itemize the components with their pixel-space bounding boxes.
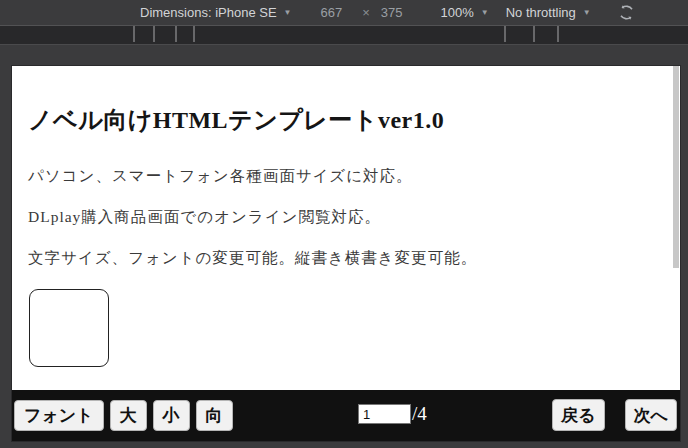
sample-box <box>29 289 109 367</box>
ruler-bar <box>0 26 688 45</box>
viewport-height-value[interactable]: 375 <box>381 5 403 20</box>
feature-line-1: パソコン、スマートフォン各種画面サイズに対応。 <box>28 166 680 187</box>
feature-line-3: 文字サイズ、フォントの変更可能。縦書き横書き変更可能。 <box>28 248 680 269</box>
back-button[interactable]: 戻る <box>552 399 604 431</box>
nav-buttons-group: 戻る 次へ <box>552 399 677 431</box>
ruler-tick <box>557 26 559 42</box>
orientation-button[interactable]: 向 <box>196 400 233 431</box>
reader-control-bar: フォント 大 小 向 /4 戻る 次へ <box>12 390 680 441</box>
ruler-tick <box>133 26 135 42</box>
font-smaller-button[interactable]: 小 <box>153 400 190 431</box>
text-controls-group: フォント 大 小 向 <box>14 400 233 431</box>
ruler-tick <box>175 26 177 42</box>
ruler-tick <box>504 26 506 42</box>
throttling-value: No throttling <box>506 5 576 20</box>
chevron-down-icon: ▼ <box>284 9 292 17</box>
font-larger-button[interactable]: 大 <box>110 400 147 431</box>
next-button[interactable]: 次へ <box>625 399 677 431</box>
page-number-group: /4 <box>358 403 427 425</box>
zoom-select[interactable]: 100% ▼ <box>441 5 489 20</box>
chevron-down-icon: ▼ <box>583 9 591 17</box>
ruler-tick <box>533 26 535 42</box>
chevron-down-icon: ▼ <box>481 9 489 17</box>
emulated-page: ノベル向けHTMLテンプレートver1.0 パソコン、スマートフォン各種画面サイ… <box>12 104 680 419</box>
ruler-tick <box>193 26 195 42</box>
rotate-icon[interactable] <box>618 4 635 21</box>
scrollbar-thumb[interactable] <box>673 66 679 268</box>
throttling-select[interactable]: No throttling ▼ <box>506 5 591 20</box>
page-number-input[interactable] <box>358 404 411 424</box>
viewport-width-value[interactable]: 667 <box>321 5 343 20</box>
ruler-tick <box>153 26 155 42</box>
page-total-label: /4 <box>412 403 427 425</box>
device-canvas: ノベル向けHTMLテンプレートver1.0 パソコン、スマートフォン各種画面サイ… <box>0 45 688 447</box>
device-type-select[interactable]: Dimensions: iPhone SE ▼ <box>140 5 292 20</box>
font-button[interactable]: フォント <box>14 400 104 431</box>
zoom-value: 100% <box>441 5 474 20</box>
device-toolbar: Dimensions: iPhone SE ▼ 667 × 375 100% ▼… <box>0 0 688 26</box>
page-title: ノベル向けHTMLテンプレートver1.0 <box>28 104 680 136</box>
device-type-label: Dimensions: iPhone SE <box>140 5 277 20</box>
feature-line-2: DLplay購入商品画面でのオンライン閲覧対応。 <box>28 207 680 228</box>
device-viewport: ノベル向けHTMLテンプレートver1.0 パソコン、スマートフォン各種画面サイ… <box>12 66 680 441</box>
dimension-separator: × <box>362 5 370 20</box>
